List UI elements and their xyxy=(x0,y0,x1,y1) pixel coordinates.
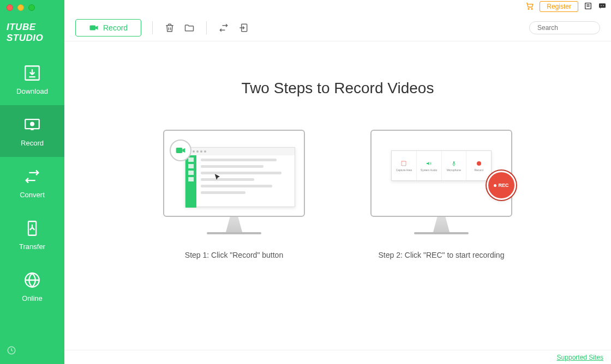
sidebar-item-label: Download xyxy=(16,87,48,95)
monitor-illustration: Capture Area System Audio Microphone xyxy=(370,130,512,234)
sidebar-item-label: Record xyxy=(21,139,44,147)
window-controls xyxy=(7,4,35,11)
page-title: Two Steps to Record Videos xyxy=(242,80,434,97)
monitor-illustration xyxy=(163,130,305,234)
top-header: Register xyxy=(525,1,607,12)
camera-icon xyxy=(89,24,99,32)
close-window-icon[interactable] xyxy=(7,4,13,11)
main-content: Two Steps to Record Videos xyxy=(64,41,611,350)
svg-point-4 xyxy=(601,5,602,6)
sidebar-item-label: Convert xyxy=(20,191,45,199)
svg-rect-16 xyxy=(453,161,454,164)
camera-bubble-icon xyxy=(170,139,191,161)
menu-icon[interactable] xyxy=(584,2,592,12)
history-icon[interactable] xyxy=(0,339,64,364)
divider xyxy=(152,21,153,34)
maximize-window-icon[interactable] xyxy=(28,4,35,11)
step-label: Step 1: Click "Record" button xyxy=(185,251,283,259)
svg-point-0 xyxy=(528,8,529,9)
feedback-icon[interactable] xyxy=(598,2,607,12)
footer: Supported Sites xyxy=(64,350,611,364)
sidebar-item-transfer[interactable]: Transfer xyxy=(0,209,64,260)
step-2: Capture Area System Audio Microphone xyxy=(370,130,512,259)
minimize-window-icon[interactable] xyxy=(17,4,24,11)
sidebar: ITUBE STUDIO Download Record Convert Tra… xyxy=(0,0,64,364)
svg-point-1 xyxy=(531,8,532,9)
register-button[interactable]: Register xyxy=(540,1,578,12)
svg-point-5 xyxy=(603,5,604,6)
svg-rect-3 xyxy=(599,3,606,8)
search-input[interactable] xyxy=(529,21,600,34)
svg-rect-14 xyxy=(176,148,183,153)
download-icon xyxy=(22,63,42,83)
sidebar-item-label: Online xyxy=(22,294,43,302)
convert-icon xyxy=(22,167,42,186)
supported-sites-link[interactable]: Supported Sites xyxy=(557,354,603,361)
sidebar-item-record[interactable]: Record xyxy=(0,105,64,157)
record-button[interactable]: Record xyxy=(75,19,141,37)
svg-point-8 xyxy=(31,123,34,126)
sidebar-item-download[interactable]: Download xyxy=(0,53,64,105)
sidebar-item-label: Transfer xyxy=(19,242,45,251)
svg-rect-12 xyxy=(90,25,96,30)
cursor-icon xyxy=(213,173,222,182)
step-1: Step 1: Click "Record" button xyxy=(163,130,305,259)
record-button-label: Record xyxy=(103,23,128,32)
rec-button-icon: REC xyxy=(488,172,514,198)
divider xyxy=(206,21,207,34)
refresh-icon[interactable] xyxy=(218,22,230,34)
step-label: Step 2: Click "REC" to start recording xyxy=(379,251,505,259)
transfer-icon xyxy=(22,219,42,238)
export-icon[interactable] xyxy=(237,22,249,34)
sidebar-item-convert[interactable]: Convert xyxy=(0,157,64,209)
cart-icon[interactable] xyxy=(525,2,534,12)
globe-icon xyxy=(22,270,42,290)
sidebar-item-online[interactable]: Online xyxy=(0,260,64,312)
steps-container: Step 1: Click "Record" button Capture Ar… xyxy=(92,130,584,259)
svg-point-17 xyxy=(477,161,481,166)
toolbar: Record xyxy=(64,14,611,41)
svg-rect-15 xyxy=(402,161,406,166)
trash-icon[interactable] xyxy=(164,22,176,34)
folder-icon[interactable] xyxy=(183,22,195,34)
record-icon xyxy=(22,115,42,135)
